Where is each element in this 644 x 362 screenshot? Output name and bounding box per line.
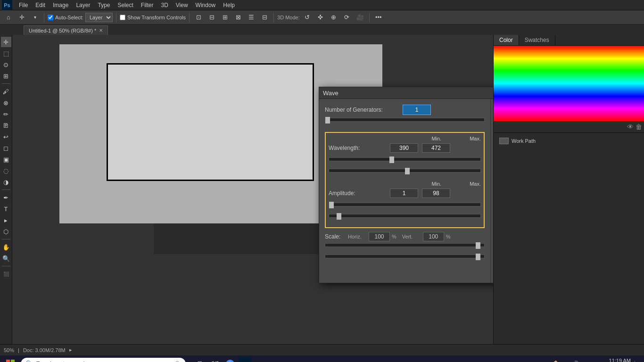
move-tool-icon[interactable]: ✛ bbox=[16, 12, 27, 23]
mic-icon[interactable]: 🎙 bbox=[174, 360, 181, 362]
scale-vert-slider[interactable] bbox=[325, 255, 485, 258]
hand-tool-btn[interactable]: ✋ bbox=[1, 242, 11, 252]
swatches-tab[interactable]: Swatches bbox=[519, 35, 555, 45]
dialog-left-section: Number of Generators: bbox=[319, 99, 490, 283]
3d-rotate-icon[interactable]: ↺ bbox=[302, 12, 313, 23]
photoshop-taskbar-icon[interactable]: Ps bbox=[239, 357, 252, 362]
num-generators-input[interactable] bbox=[403, 105, 431, 115]
align-top-icon[interactable]: ⊠ bbox=[232, 12, 244, 23]
amplitude-max-label: Max. bbox=[470, 181, 481, 187]
lasso-tool-btn[interactable]: ⊙ bbox=[1, 59, 11, 70]
home-icon[interactable]: ⌂ bbox=[3, 12, 14, 23]
generators-slider-track[interactable] bbox=[325, 118, 485, 122]
status-more-icon[interactable]: ▸ bbox=[69, 347, 72, 353]
document-tab[interactable]: Untitled-1 @ 50% (RGB/8#) * ✕ bbox=[24, 25, 108, 35]
move-tool-dropdown[interactable]: ▾ bbox=[29, 12, 41, 23]
crop-tool-btn[interactable]: ⊞ bbox=[1, 71, 11, 81]
pen-tool-btn[interactable]: ✒ bbox=[1, 192, 11, 203]
move-tool-btn[interactable]: ✛ bbox=[1, 37, 11, 47]
selection-tool-btn[interactable]: ⬚ bbox=[1, 48, 11, 58]
trash-icon[interactable]: 🗑 bbox=[636, 123, 642, 131]
more-options-icon[interactable]: ••• bbox=[373, 12, 384, 23]
menu-file[interactable]: File bbox=[15, 1, 32, 9]
amplitude-slider-thumb-2[interactable] bbox=[337, 213, 341, 220]
scale-horiz-unit: % bbox=[392, 234, 396, 239]
tool-separator-2 bbox=[2, 189, 10, 190]
canvas-area: Wave ✕ Number of Generators: bbox=[12, 35, 493, 344]
taskbar-right: 🔔 ⊕ 🔊 ENG US 11:19 AM 9/9/2019 ▯ bbox=[552, 357, 640, 362]
start-button[interactable] bbox=[4, 357, 17, 362]
menu-window[interactable]: Window bbox=[192, 1, 220, 9]
spot-heal-tool-btn[interactable]: ⊗ bbox=[1, 98, 11, 108]
zoom-tool-btn[interactable]: 🔍 bbox=[1, 253, 11, 263]
wavelength-min-input[interactable] bbox=[390, 143, 418, 153]
num-generators-row: Number of Generators: bbox=[325, 105, 485, 115]
generators-slider-thumb[interactable] bbox=[325, 117, 330, 123]
eyedropper-tool-btn[interactable]: 🖋 bbox=[1, 86, 11, 97]
brush-tool-btn[interactable]: ✏ bbox=[1, 109, 11, 119]
wavelength-slider-thumb[interactable] bbox=[389, 156, 394, 163]
gradient-tool-btn[interactable]: ▣ bbox=[1, 154, 11, 165]
eye-icon[interactable]: 👁 bbox=[627, 123, 634, 131]
wavelength-slider-thumb-2[interactable] bbox=[405, 168, 410, 174]
auto-select-checkbox[interactable]: Auto-Select: bbox=[48, 15, 83, 20]
canvas-document bbox=[107, 63, 314, 181]
show-transform-checkbox[interactable]: Show Transform Controls bbox=[120, 15, 186, 20]
align-left-icon[interactable]: ⊡ bbox=[193, 12, 204, 23]
align-center-v-icon[interactable]: ⊟ bbox=[206, 12, 217, 23]
taskbar-search-box[interactable]: 🔍 Type here to search 🎙 bbox=[21, 358, 186, 362]
foreground-color-btn[interactable]: ⬛ bbox=[1, 269, 11, 279]
menu-help[interactable]: Help bbox=[219, 1, 239, 9]
color-tab[interactable]: Color bbox=[494, 35, 519, 45]
notification-icon[interactable]: 🔔 bbox=[552, 360, 560, 362]
3d-camera-icon[interactable]: 🎥 bbox=[355, 12, 366, 23]
amplitude-max-input[interactable] bbox=[422, 189, 450, 198]
3d-pan-icon[interactable]: ✜ bbox=[315, 12, 326, 23]
scale-horiz-slider[interactable] bbox=[325, 243, 485, 247]
file-explorer-icon[interactable]: 📁 bbox=[208, 357, 222, 362]
work-path-label: Work Path bbox=[512, 138, 536, 144]
scale-horiz-input[interactable] bbox=[369, 232, 390, 241]
menu-select[interactable]: Select bbox=[114, 1, 137, 9]
shape-tool-btn[interactable]: ⬡ bbox=[1, 226, 11, 237]
wavelength-max-input[interactable] bbox=[422, 143, 450, 153]
menu-type[interactable]: Type bbox=[94, 1, 114, 9]
amplitude-slider-track-2[interactable] bbox=[329, 214, 481, 218]
amplitude-slider-thumb[interactable] bbox=[329, 202, 334, 208]
3d-zoom-icon[interactable]: ⊕ bbox=[328, 12, 339, 23]
align-bottom-icon[interactable]: ⊟ bbox=[259, 12, 270, 23]
amplitude-slider-track[interactable] bbox=[329, 203, 481, 206]
history-brush-btn[interactable]: ↩ bbox=[1, 132, 11, 142]
align-right-icon[interactable]: ⊞ bbox=[219, 12, 231, 23]
tab-close-icon[interactable]: ✕ bbox=[99, 28, 103, 33]
path-select-btn[interactable]: ▸ bbox=[1, 215, 11, 225]
menu-filter[interactable]: Filter bbox=[137, 1, 157, 9]
auto-select-dropdown[interactable]: Layer bbox=[85, 13, 113, 22]
toolbar-separator-1 bbox=[44, 13, 44, 22]
scale-vert-thumb[interactable] bbox=[476, 254, 480, 260]
blur-tool-btn[interactable]: ◌ bbox=[1, 165, 11, 176]
wavelength-slider-track-2[interactable] bbox=[329, 169, 481, 173]
menu-layer[interactable]: Layer bbox=[72, 1, 94, 9]
clone-tool-btn[interactable]: 🖹 bbox=[1, 120, 11, 131]
menu-view[interactable]: View bbox=[172, 1, 192, 9]
amplitude-min-input[interactable] bbox=[390, 189, 418, 198]
scale-horiz-thumb[interactable] bbox=[476, 242, 480, 249]
menu-edit[interactable]: Edit bbox=[32, 1, 49, 9]
task-view-icon[interactable]: ⧉ bbox=[193, 357, 206, 362]
left-tools-panel: ✛ ⬚ ⊙ ⊞ 🖋 ⊗ ✏ 🖹 ↩ ◻ ▣ ◌ ◑ ✒ T ▸ ⬡ ✋ 🔍 ⬛ bbox=[0, 35, 12, 344]
menu-image[interactable]: Image bbox=[49, 1, 72, 9]
align-center-h-icon[interactable]: ☰ bbox=[246, 12, 257, 23]
scale-label: Scale: bbox=[325, 233, 346, 240]
3d-roll-icon[interactable]: ⟳ bbox=[341, 12, 353, 23]
eraser-tool-btn[interactable]: ◻ bbox=[1, 143, 11, 153]
browser-icon[interactable] bbox=[223, 357, 237, 362]
wavelength-slider-track[interactable] bbox=[329, 157, 481, 161]
scale-vert-input[interactable] bbox=[423, 232, 444, 241]
toolbar-separator-3 bbox=[189, 13, 190, 22]
text-tool-btn[interactable]: T bbox=[1, 204, 11, 214]
color-gradient-panel[interactable] bbox=[494, 46, 644, 121]
menu-bar: Ps File Edit Image Layer Type Select Fil… bbox=[0, 0, 644, 10]
menu-3d[interactable]: 3D bbox=[157, 1, 172, 9]
dodge-tool-btn[interactable]: ◑ bbox=[1, 177, 11, 187]
